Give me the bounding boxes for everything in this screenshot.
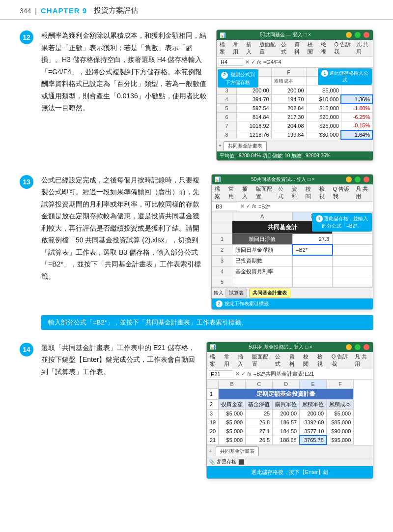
cell-e6-12[interactable]: 814.84 [237, 113, 272, 121]
cell-h7-12[interactable]: -0.15% [341, 121, 372, 130]
cell-e19-14[interactable]: 3392.60 [300, 418, 327, 427]
cell-g6-12[interactable]: $20,000 [306, 113, 341, 121]
cell-b4-13[interactable] [292, 266, 333, 277]
menu-review-12[interactable]: 校閱 [308, 41, 316, 56]
close-btn-12[interactable] [364, 32, 369, 38]
cell-b1-13[interactable]: 27.3 [292, 234, 333, 244]
tab-shisuan-13[interactable]: 試算表 [225, 289, 247, 297]
cell-e4-12[interactable]: 394.70 [237, 95, 272, 104]
cell-c19-14[interactable]: 26.8 [246, 418, 273, 427]
cell-f3-14[interactable]: $5,000 [327, 409, 354, 418]
menu-view-13[interactable]: 檢視 [319, 185, 328, 200]
cell-f8-12[interactable]: 199.84 [271, 130, 306, 139]
col-d-14: D [273, 380, 300, 388]
cell-e5-12[interactable]: 597.54 [237, 104, 272, 113]
add-sheet-14[interactable]: + [209, 448, 212, 454]
cell-b3-14[interactable]: $5,000 [219, 409, 246, 418]
menu-formula-14[interactable]: 公式 [275, 353, 284, 368]
cell-e21-14[interactable]: 3765.78 [300, 436, 327, 444]
cell-e7-12[interactable]: 1018.92 [237, 121, 272, 130]
cell-g8-12[interactable]: $30,000 [306, 130, 341, 139]
menu-tell-13[interactable]: Q 告訴我 [333, 185, 351, 200]
menu-insert-12[interactable]: 插入 [246, 41, 254, 56]
max-btn-14[interactable] [355, 344, 361, 350]
menu-formula-13[interactable]: 公式 [278, 185, 287, 200]
menu-share-13[interactable]: 凡 共用 [356, 185, 370, 200]
cell-f4-12[interactable]: 194.70 [271, 95, 306, 104]
menu-data-14[interactable]: 資料 [289, 353, 299, 368]
menu-view-12[interactable]: 檢視 [321, 41, 329, 56]
input-tabs-row-13: 輸入 試算表 共同基金計畫表 [212, 287, 373, 298]
cell-f5-12[interactable]: 202.84 [271, 104, 306, 113]
tab-mutual-14[interactable]: 共同基金計畫表 [216, 446, 259, 456]
menu-share-12[interactable]: 凡 共用 [356, 41, 370, 56]
cell-g7-12[interactable]: $25,000 [306, 121, 341, 130]
min-btn-13[interactable] [346, 177, 352, 182]
cell-d3-14[interactable]: 200.00 [273, 409, 300, 418]
menu-insert-14[interactable]: 插入 [238, 353, 247, 368]
menu-data-12[interactable]: 資料 [294, 41, 303, 56]
cell-b20-14[interactable]: $5,000 [219, 427, 246, 436]
cell-h3-12[interactable] [341, 86, 372, 95]
name-box-14[interactable]: E21 [209, 370, 233, 378]
cell-h8-12[interactable]: 1.64% [341, 130, 372, 139]
menu-home-14[interactable]: 常用 [224, 353, 233, 368]
cell-b21-14[interactable]: $5,000 [219, 436, 246, 444]
cell-d20-14[interactable]: 184.50 [273, 427, 300, 436]
cell-b2-13-formula[interactable]: =B2* [292, 244, 333, 255]
name-box-13[interactable]: B3 [214, 203, 238, 210]
cell-e20-14[interactable]: 3577.10 [300, 427, 327, 436]
menu-formula-12[interactable]: 公式 [281, 41, 289, 56]
cell-h5-12[interactable]: -1.80% [341, 104, 372, 113]
max-btn-13[interactable] [355, 177, 361, 182]
menu-share-14[interactable]: 凡 共用 [355, 353, 370, 368]
cell-a3-13: 已投資期數 [232, 255, 292, 266]
cell-e8-12[interactable]: 1218.76 [237, 130, 272, 139]
cell-h6-12[interactable]: -6.25% [341, 113, 372, 121]
menu-data-13[interactable]: 資料 [292, 185, 301, 200]
cell-g4-12[interactable]: $10,000 [306, 95, 341, 104]
cell-f7-12[interactable]: 204.08 [271, 121, 306, 130]
menu-insert-13[interactable]: 插入 [242, 185, 251, 200]
close-btn-13[interactable] [364, 177, 369, 182]
menu-file-14[interactable]: 檔案 [210, 353, 219, 368]
menu-file-13[interactable]: 檔案 [215, 185, 224, 200]
menu-review-14[interactable]: 校閱 [303, 353, 312, 368]
menu-home-13[interactable]: 常用 [228, 185, 237, 200]
cell-c20-14[interactable]: 27.1 [246, 427, 273, 436]
menu-layout-12[interactable]: 版面配置 [259, 41, 276, 56]
menu-layout-14[interactable]: 版面配置 [252, 353, 270, 368]
cell-d19-14[interactable]: 186.57 [273, 418, 300, 427]
add-sheet-12[interactable]: + [219, 143, 222, 148]
menu-file-12[interactable]: 檔案 [220, 41, 228, 56]
menu-review-13[interactable]: 校閱 [306, 185, 314, 200]
cell-f19-14[interactable]: $85,000 [327, 418, 354, 427]
min-btn-14[interactable] [346, 344, 352, 350]
callout-enter-text-14: 選此儲存格後，按下【Enter】鍵 [251, 469, 329, 475]
cell-c3-14[interactable]: 25 [246, 409, 273, 418]
menu-home-12[interactable]: 常用 [233, 41, 241, 56]
cell-e3-14[interactable]: 200.00 [300, 409, 327, 418]
cell-g3-12[interactable]: $5,000 [306, 86, 341, 95]
cell-f21-14[interactable]: $95,000 [327, 436, 354, 444]
menu-view-14[interactable]: 檢視 [317, 353, 327, 368]
cell-d21-14[interactable]: 188.68 [273, 436, 300, 444]
name-box-12[interactable]: H4 [219, 58, 243, 66]
cell-f3-12[interactable]: 200.00 [271, 86, 306, 95]
cell-h4-12[interactable]: 1.36% [341, 95, 372, 104]
tab-mutual-fund-13[interactable]: 共同基金計畫表 [249, 289, 290, 297]
menu-layout-13[interactable]: 版面配置 [256, 185, 274, 200]
cell-f6-12[interactable]: 217.30 [271, 113, 306, 121]
cell-c21-14[interactable]: 26.5 [246, 436, 273, 444]
cell-b3-13[interactable] [292, 255, 333, 266]
close-btn-14[interactable] [364, 344, 369, 350]
menu-tell-12[interactable]: Q 告訴我 [334, 41, 351, 56]
tab-active-12[interactable]: 共同基金計畫表 [224, 141, 267, 150]
min-btn-12[interactable] [346, 32, 352, 38]
cell-b19-14[interactable]: $5,000 [219, 418, 246, 427]
cell-b5-13[interactable] [292, 277, 333, 287]
max-btn-12[interactable] [355, 32, 361, 38]
cell-f20-14[interactable]: $90,000 [327, 427, 354, 436]
cell-g5-12[interactable]: $15,000 [306, 104, 341, 113]
menu-tell-14[interactable]: Q 告訴我 [332, 353, 350, 368]
